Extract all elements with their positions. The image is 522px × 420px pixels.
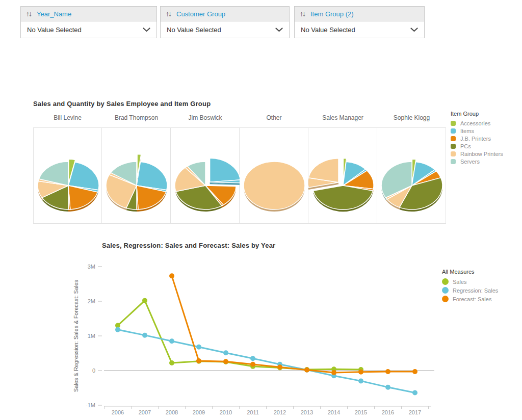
legend-label: Accessories — [460, 120, 490, 126]
sort-icon[interactable]: ↑↓ — [166, 10, 171, 17]
pie-bill-levine — [34, 128, 102, 223]
pie-column-label: Other — [240, 114, 308, 127]
data-point[interactable] — [196, 358, 201, 363]
legend-swatch — [451, 128, 456, 134]
data-point[interactable] — [277, 364, 282, 370]
legend-item-rainbow_printers[interactable]: Rainbow Printers — [451, 150, 503, 158]
pie-cell — [33, 127, 102, 224]
x-tick-label: 2010 — [220, 409, 232, 415]
legend-item-pcs[interactable]: PCs — [451, 142, 503, 150]
data-point[interactable] — [412, 390, 417, 396]
series-line-Sales — [118, 301, 361, 370]
legend-label: Servers — [460, 159, 480, 165]
pie-cell — [377, 127, 446, 224]
data-point[interactable] — [169, 360, 174, 365]
data-point[interactable] — [385, 369, 390, 374]
legend-swatch — [442, 287, 449, 294]
legend-item-servers[interactable]: Servers — [451, 158, 503, 165]
data-point[interactable] — [169, 338, 174, 344]
filter-customer-group-dropdown[interactable]: No Value Selected — [161, 21, 289, 38]
y-tick-label: -1M — [86, 402, 95, 408]
y-tick-label: 2M — [88, 298, 95, 304]
line-legend-title: All Measures — [442, 269, 498, 275]
legend-swatch — [451, 159, 456, 164]
legend-swatch — [451, 136, 456, 141]
pie-slice-rainbow_printers[interactable] — [244, 162, 305, 209]
pie-legend-title: Item Group — [451, 111, 503, 117]
data-point[interactable] — [250, 356, 255, 361]
data-point[interactable] — [196, 345, 201, 350]
pie-column-sophie-klogg: Sophie Klogg — [377, 114, 446, 224]
filter-customer-group-sort-header[interactable]: ↑↓ Customer Group — [161, 7, 289, 21]
data-point[interactable] — [223, 350, 228, 355]
pie-jim-boswick — [171, 128, 240, 223]
filter-item-group-sort-header[interactable]: ↑↓ Item Group (2) — [295, 7, 424, 21]
x-tick-label: 2015 — [355, 409, 367, 415]
legend-swatch — [451, 151, 456, 156]
data-point[interactable] — [358, 378, 363, 383]
chevron-down-icon[interactable] — [410, 28, 418, 32]
pie-column-label: Brad Thompson — [102, 114, 171, 127]
legend-swatch — [451, 144, 456, 149]
legend-item-regression-sales[interactable]: Regression: Sales — [442, 286, 498, 295]
pie-cell — [102, 127, 171, 224]
data-point[interactable] — [169, 273, 174, 278]
data-point[interactable] — [142, 298, 147, 303]
legend-item-sales[interactable]: Sales — [442, 277, 498, 286]
filter-label[interactable]: Item Group (2) — [310, 10, 354, 18]
x-tick-label: 2009 — [193, 409, 205, 415]
filter-selected-value: No Value Selected — [27, 26, 82, 34]
pie-other — [240, 128, 308, 223]
chevron-down-icon[interactable] — [275, 28, 283, 32]
pie-slice-items[interactable] — [137, 162, 167, 190]
legend-item-jb_printers[interactable]: J.B. Printers — [451, 135, 503, 142]
pie-column-other: Other — [240, 114, 308, 224]
pie-column-bill-levine: Bill Levine — [33, 114, 102, 224]
x-tick-label: 2013 — [301, 409, 313, 415]
legend-label: Rainbow Printers — [460, 151, 503, 157]
legend-label: PCs — [460, 143, 471, 149]
data-point[interactable] — [250, 362, 255, 367]
pie-chart-title: Sales and Quantity by Sales Employee and… — [33, 100, 211, 108]
x-tick-label: 2012 — [274, 409, 286, 415]
pie-sophie-klogg — [377, 128, 446, 223]
chevron-down-icon[interactable] — [143, 28, 150, 32]
legend-label: Sales — [453, 279, 467, 285]
pie-slice-rainbow_printers[interactable] — [308, 159, 338, 182]
legend-label: Items — [460, 128, 474, 134]
line-legend: All Measures SalesRegression: SalesForec… — [442, 269, 498, 303]
filter-customer-group: ↑↓ Customer Group No Value Selected — [160, 6, 290, 38]
filter-label[interactable]: Customer Group — [176, 10, 225, 18]
legend-label: Regression: Sales — [453, 287, 498, 294]
data-point[interactable] — [385, 385, 390, 390]
filter-label[interactable]: Year_Name — [37, 10, 71, 18]
filter-year-name-sort-header[interactable]: ↑↓ Year_Name — [21, 7, 156, 21]
x-tick-label: 2008 — [166, 409, 178, 415]
data-point[interactable] — [358, 370, 363, 375]
data-point[interactable] — [223, 359, 228, 364]
x-tick-label: 2007 — [139, 409, 151, 415]
filter-year-name-dropdown[interactable]: No Value Selected — [21, 21, 156, 38]
pie-slice-pcs[interactable] — [313, 186, 373, 209]
data-point[interactable] — [412, 369, 417, 374]
filter-year-name: ↑↓ Year_Name No Value Selected — [20, 6, 157, 38]
data-point[interactable] — [142, 333, 147, 338]
series-line-Regression: Sales — [118, 330, 415, 393]
filter-item-group-dropdown[interactable]: No Value Selected — [295, 21, 424, 38]
legend-item-accessories[interactable]: Accessories — [451, 119, 503, 127]
legend-item-forecast-sales[interactable]: Forecast: Sales — [442, 295, 498, 303]
sort-icon[interactable]: ↑↓ — [26, 10, 31, 17]
pie-column-sales-manager: Sales Manager — [308, 114, 377, 224]
legend-item-items[interactable]: Items — [451, 127, 503, 135]
legend-swatch — [451, 121, 456, 126]
x-tick-label: 2014 — [328, 409, 340, 415]
pie-cell — [171, 127, 240, 224]
data-point[interactable] — [304, 368, 309, 373]
y-tick-label: 0 — [92, 368, 95, 374]
pie-column-label: Sales Manager — [308, 114, 377, 127]
data-point[interactable] — [331, 370, 336, 375]
dashboard-page: ↑↓ Year_Name No Value Selected ↑↓ Custom… — [0, 0, 522, 420]
data-point[interactable] — [115, 327, 120, 332]
sort-icon[interactable]: ↑↓ — [300, 10, 305, 17]
pie-slice-items[interactable] — [210, 158, 240, 182]
